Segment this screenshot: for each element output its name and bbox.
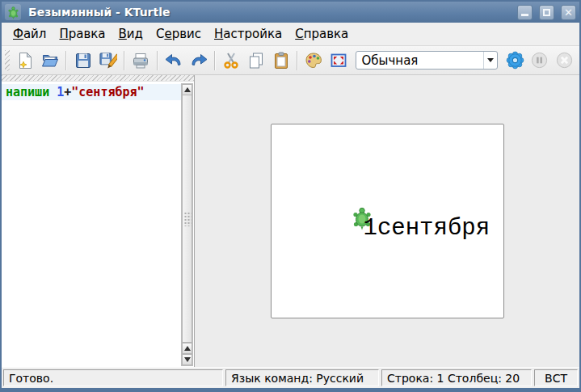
scroll-up-button-bottom[interactable] — [182, 343, 192, 354]
statusbar: Готово. Язык команд: Русский Строка: 1 С… — [2, 367, 579, 388]
cut-button[interactable] — [220, 48, 243, 72]
menu-settings[interactable]: Настройка — [208, 24, 288, 44]
status-language: Язык команд: Русский — [225, 369, 379, 386]
combo-dropdown-button[interactable] — [483, 52, 497, 69]
toolbar-separator — [65, 51, 67, 70]
code-area[interactable]: напиши 1+"сентября" — [2, 82, 181, 367]
menu-edit[interactable]: Правка — [53, 24, 112, 44]
close-button[interactable]: ✕ — [561, 5, 576, 20]
open-file-button[interactable] — [39, 48, 62, 72]
code-line-1[interactable]: напиши 1+"сентября" — [2, 84, 181, 100]
color-picker-button[interactable] — [302, 48, 326, 72]
toolbar-drag-handle[interactable] — [5, 50, 10, 71]
code-editor-dock: напиши 1+"сентября" — [2, 75, 195, 367]
print-button[interactable] — [129, 48, 153, 72]
copy-button[interactable] — [245, 48, 268, 72]
status-cursor-position: Строка: 1 Столбец: 20 — [381, 369, 532, 386]
chevron-down-icon — [487, 58, 494, 62]
close-icon: ✕ — [564, 7, 573, 18]
turtle-canvas: 1сентября — [271, 124, 504, 318]
menu-view[interactable]: Вид — [112, 24, 149, 44]
app-turtle-icon — [5, 4, 21, 20]
abort-button — [553, 48, 576, 72]
run-speed-combo[interactable]: Обычная — [356, 51, 498, 70]
scroll-up-button[interactable] — [182, 84, 192, 95]
run-gear-icon — [505, 50, 525, 70]
fullscreen-icon — [329, 51, 348, 70]
undo-icon — [164, 51, 183, 70]
kturtle-window: Безымянный - KTurtle ✕ Файл Правка Вид С… — [0, 0, 581, 392]
open-file-icon — [40, 51, 60, 70]
code-editor[interactable]: напиши 1+"сентября" — [2, 82, 194, 367]
arrow-up-icon — [184, 87, 191, 92]
minimize-button[interactable] — [517, 5, 533, 20]
save-as-icon — [98, 51, 117, 70]
status-insert-mode: ВСТ — [534, 369, 578, 386]
pause-icon — [530, 51, 549, 70]
scroll-down-button[interactable] — [182, 354, 192, 365]
menu-tools[interactable]: Сервис — [149, 24, 208, 44]
new-file-button[interactable] — [14, 48, 37, 72]
save-button[interactable] — [71, 48, 95, 72]
print-icon — [131, 51, 150, 70]
fullscreen-button[interactable] — [327, 48, 351, 72]
pause-button — [528, 48, 552, 72]
redo-icon — [189, 51, 208, 70]
stop-x-icon — [555, 51, 574, 70]
scrollbar-thumb[interactable] — [182, 95, 192, 343]
code-string: "сентября" — [71, 85, 144, 99]
save-as-button[interactable] — [96, 48, 120, 72]
arrow-down-icon — [184, 357, 191, 362]
undo-button[interactable] — [162, 48, 186, 72]
run-button[interactable] — [503, 48, 527, 72]
save-icon — [74, 51, 93, 70]
titlebar[interactable]: Безымянный - KTurtle ✕ — [2, 2, 579, 23]
redo-button[interactable] — [187, 48, 210, 72]
main-toolbar: Обычная — [2, 46, 579, 75]
color-palette-icon — [304, 51, 323, 70]
code-keyword: напиши — [6, 85, 49, 99]
minimize-icon — [521, 14, 528, 16]
cut-icon — [221, 51, 241, 70]
maximize-icon — [543, 9, 550, 16]
canvas-pane: 1сентября — [195, 75, 579, 367]
code-number: 1 — [57, 85, 64, 99]
toolbar-separator — [124, 51, 125, 70]
toolbar-separator — [297, 51, 298, 70]
status-message: Готово. — [3, 369, 223, 386]
editor-vertical-scrollbar[interactable] — [181, 83, 193, 366]
canvas-drawn-text: 1сентября — [364, 215, 490, 242]
toolbar-separator — [157, 51, 158, 70]
paste-button[interactable] — [269, 48, 293, 72]
new-file-icon — [15, 51, 35, 70]
main-area: напиши 1+"сентября" — [2, 75, 579, 367]
run-speed-value: Обычная — [362, 53, 419, 68]
menu-file[interactable]: Файл — [6, 24, 53, 44]
code-operator: + — [64, 85, 71, 99]
menubar: Файл Правка Вид Сервис Настройка Справка — [2, 23, 579, 46]
toolbar-separator — [214, 51, 216, 70]
maximize-button[interactable] — [539, 5, 554, 20]
paste-icon — [272, 51, 291, 70]
arrow-up-icon — [184, 346, 191, 351]
copy-icon — [246, 51, 266, 70]
menu-help[interactable]: Справка — [288, 24, 355, 44]
window-title: Безымянный - KTurtle — [25, 6, 511, 19]
editor-dock-drag-handle[interactable] — [2, 75, 194, 82]
